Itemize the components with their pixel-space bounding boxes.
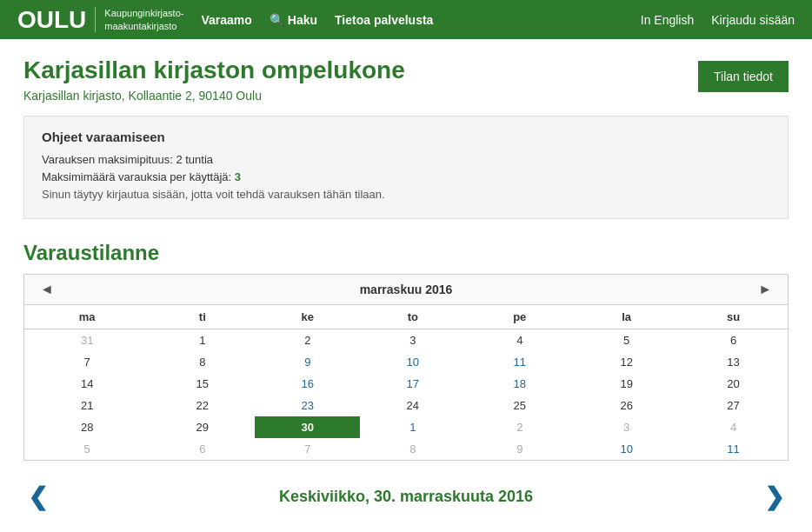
calendar-day: 6	[679, 329, 788, 352]
calendar-day[interactable]: 18	[465, 373, 574, 395]
weekday-ke: ke	[255, 305, 360, 329]
calendar-day[interactable]: 10	[360, 351, 465, 373]
calendar-day: 2	[465, 416, 574, 438]
site-header: OULU Kaupunginkirjasto- maakuntakirjasto…	[0, 0, 812, 39]
calendar-prev-btn[interactable]: ◄	[33, 280, 61, 299]
slots-col-varaus: Varaustilanne	[410, 529, 789, 532]
calendar-next-btn[interactable]: ►	[751, 280, 779, 299]
main-nav: Varaamo 🔍 Haku Tietoa palvelusta	[201, 13, 640, 27]
calendar-day: 3	[360, 329, 465, 352]
weekday-la: la	[574, 305, 679, 329]
calendar-day[interactable]: 17	[360, 373, 465, 395]
main-content: Karjasillan kirjaston ompelukone Karjasi…	[6, 39, 806, 532]
calendar-day[interactable]: 1	[360, 416, 465, 438]
calendar-day: 8	[150, 351, 255, 373]
calendar-day: 31	[24, 329, 150, 352]
calendar-day: 1	[150, 329, 255, 352]
calendar-day: 6	[150, 438, 255, 460]
calendar-day[interactable]: 23	[255, 395, 360, 416]
nav-varaamo[interactable]: Varaamo	[201, 13, 251, 27]
nav-haku[interactable]: 🔍 Haku	[270, 13, 317, 27]
calendar-day: 27	[679, 395, 788, 416]
calendar-day: 5	[574, 329, 679, 352]
calendar-grid: ma ti ke to pe la su 3112345678910111213…	[24, 305, 788, 460]
calendar-day: 7	[24, 351, 150, 373]
calendar-day: 9	[465, 438, 574, 460]
info-box: Ohjeet varaamiseen Varauksen maksimipitu…	[23, 116, 789, 219]
page-subtitle: Karjasillan kirjasto, Kollaantie 2, 9014…	[23, 89, 405, 103]
calendar-day: 19	[574, 373, 679, 395]
date-next-btn[interactable]: ❯	[764, 482, 784, 511]
header-right: In English Kirjaudu sisään	[641, 13, 795, 27]
date-nav-label: Keskiviikko, 30. marraskuuta 2016	[279, 488, 533, 506]
calendar-day: 8	[360, 438, 465, 460]
calendar-day: 15	[150, 373, 255, 395]
calendar-day[interactable]: 11	[465, 351, 574, 373]
tilan-tiedot-button[interactable]: Tilan tiedot	[698, 61, 789, 92]
calendar-day[interactable]: 30	[255, 416, 360, 438]
title-section: Karjasillan kirjaston ompelukone Karjasi…	[23, 57, 789, 103]
calendar-day: 12	[574, 351, 679, 373]
lang-link[interactable]: In English	[641, 13, 694, 27]
calendar-day: 22	[150, 395, 255, 416]
calendar-day: 26	[574, 395, 679, 416]
calendar-day: 13	[679, 351, 788, 373]
weekday-to: to	[360, 305, 465, 329]
slots-table: Aika Varaustilanne 12:00–12:30Ei varatta…	[23, 529, 789, 532]
logo-subtitle: Kaupunginkirjasto- maakuntakirjasto	[95, 7, 183, 32]
slots-col-aika: Aika	[23, 529, 410, 532]
calendar-day: 24	[360, 395, 465, 416]
calendar-header: ◄ marraskuu 2016 ►	[24, 275, 788, 305]
info-box-title: Ohjeet varaamiseen	[42, 130, 770, 144]
calendar-day: 5	[24, 438, 150, 460]
varaustilanne-title: Varaustilanne	[23, 241, 789, 265]
info-line-2: Maksimimäärä varauksia per käyttäjä: 3	[42, 170, 770, 183]
calendar-day: 4	[679, 416, 788, 438]
calendar-day[interactable]: 16	[255, 373, 360, 395]
calendar-day: 29	[150, 416, 255, 438]
calendar-day: 7	[255, 438, 360, 460]
date-prev-btn[interactable]: ❮	[28, 482, 48, 511]
calendar-day: 3	[574, 416, 679, 438]
weekday-pe: pe	[465, 305, 574, 329]
calendar-day: 21	[24, 395, 150, 416]
calendar-day: 28	[24, 416, 150, 438]
calendar-day[interactable]: 9	[255, 351, 360, 373]
logo[interactable]: OULU	[17, 6, 86, 34]
calendar-day[interactable]: 10	[574, 438, 679, 460]
weekday-su: su	[679, 305, 788, 329]
calendar-day: 4	[465, 329, 574, 352]
search-icon: 🔍	[270, 13, 284, 27]
date-nav: ❮ Keskiviikko, 30. marraskuuta 2016 ❯	[23, 474, 789, 520]
nav-tietoa[interactable]: Tietoa palvelusta	[335, 13, 433, 27]
calendar-day: 25	[465, 395, 574, 416]
page-title: Karjasillan kirjaston ompelukone	[23, 57, 405, 84]
info-line-3: Sinun täytyy kirjautua sisään, jotta voi…	[42, 188, 770, 201]
weekday-ti: ti	[150, 305, 255, 329]
calendar-day[interactable]: 11	[679, 438, 788, 460]
title-block: Karjasillan kirjaston ompelukone Karjasi…	[23, 57, 405, 103]
calendar-day: 14	[24, 373, 150, 395]
calendar-month-label: marraskuu 2016	[360, 283, 453, 296]
calendar-day: 2	[255, 329, 360, 352]
weekday-ma: ma	[24, 305, 150, 329]
info-line-1: Varauksen maksimipituus: 2 tuntia	[42, 153, 770, 166]
login-link[interactable]: Kirjaudu sisään	[711, 13, 795, 27]
calendar: ◄ marraskuu 2016 ► ma ti ke to pe la su …	[23, 274, 789, 461]
calendar-day: 20	[679, 373, 788, 395]
